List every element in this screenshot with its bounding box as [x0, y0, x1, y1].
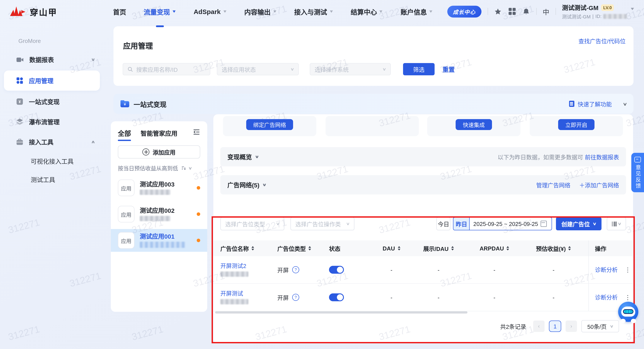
column-header-广告位类型[interactable]: 广告位类型 — [277, 244, 329, 253]
app-sort-row[interactable]: 按当日预估收益从高到低 ∨ — [118, 164, 200, 172]
more-actions-icon[interactable]: ⋮ — [625, 266, 631, 273]
divider — [556, 8, 556, 15]
feedback-button[interactable]: 意见反馈 — [631, 153, 644, 192]
sort-icon[interactable] — [507, 246, 509, 251]
app-filter-row: 搜索应用名称/ID 选择应用状态 ∨ 选择操作系统 ∨ 筛选 重置 — [123, 63, 455, 75]
placement-type-select[interactable]: 选择广告位类型 ∨ — [220, 217, 284, 230]
reset-button[interactable]: 重置 — [442, 65, 455, 73]
account-sub-name: 测试测试-GM — [562, 13, 591, 20]
diagnose-link[interactable]: 诊断分析 — [595, 267, 618, 273]
growth-center-button[interactable]: 成长中心 — [447, 5, 481, 17]
nav-item-内容输出[interactable]: 内容输出▼ — [244, 0, 277, 23]
gromore-app-management-page: 穿山甲 首页流量变现▼AdSpark▼内容输出▼接入与测试▼结算中心▼账户信息▼… — [0, 0, 644, 349]
add-ad-network-link[interactable]: ＋添加广告网络 — [579, 181, 619, 189]
sort-icon[interactable] — [308, 246, 311, 251]
sidebar-item-一站式变现[interactable]: ¥一站式变现 — [0, 91, 108, 112]
add-app-button[interactable]: ＋ 添加应用 — [118, 145, 200, 159]
current-page-button[interactable]: 1 — [549, 321, 561, 332]
nav-item-账户信息[interactable]: 账户信息▼ — [401, 0, 433, 23]
column-label: DAU — [383, 245, 400, 252]
chevron-down-icon: ∨ — [91, 57, 96, 62]
yesterday-button[interactable]: 昨日 — [453, 217, 470, 230]
sidebar-item-应用管理[interactable]: 应用管理 — [4, 70, 100, 91]
sidebar-item-可视化接入工具[interactable]: 可视化接入工具 — [0, 152, 108, 170]
sort-icon[interactable] — [398, 246, 400, 251]
onboarding-card-2 — [326, 116, 419, 136]
chevron-down-icon[interactable]: ∨ — [622, 101, 627, 106]
quick-learn-link[interactable]: 快速了解功能 — [578, 100, 612, 108]
nav-item-AdSpark[interactable]: AdSpark▼ — [194, 0, 227, 23]
panel-collapse-icon[interactable] — [193, 129, 200, 137]
today-button[interactable]: 今日 — [436, 217, 450, 230]
search-input[interactable]: 搜索应用名称/ID — [123, 63, 210, 75]
find-placement-link[interactable]: 查找广告位/代码位 — [578, 37, 626, 45]
onboarding-button-快速集成[interactable]: 快速集成 — [456, 119, 492, 130]
onboarding-button-立即开启[interactable]: 立即开启 — [558, 119, 594, 130]
sidebar-item-瀑布流管理[interactable]: 瀑布流管理 — [0, 112, 108, 132]
app-status-select[interactable]: 选择应用状态 ∨ — [217, 63, 299, 75]
placement-name-link[interactable]: 开屏测试 — [220, 291, 243, 296]
column-settings-button[interactable]: ∨ — [607, 217, 626, 230]
app-list-item-测试应用002[interactable]: 应用测试应用002 — [111, 203, 207, 226]
nav-item-label: AdSpark — [194, 8, 220, 15]
account-id-redacted — [603, 14, 627, 18]
diagnose-link[interactable]: 诊断分析 — [595, 295, 618, 300]
account-menu[interactable]: 测试测试-GM LV.0 测试测试-GM | ID: ▼ — [562, 3, 634, 20]
nav-item-流量变现[interactable]: 流量变现▼ — [144, 0, 176, 23]
nav-item-首页[interactable]: 首页 — [113, 0, 126, 23]
assistant-robot-button[interactable] — [618, 302, 638, 322]
next-page-button[interactable]: › — [566, 321, 577, 332]
brand-logo[interactable]: 穿山甲 — [10, 5, 93, 17]
sidebar-item-接入工具[interactable]: 接入工具∧ — [0, 132, 108, 152]
sort-icon[interactable] — [451, 246, 454, 251]
nav-item-接入与测试[interactable]: 接入与测试▼ — [294, 0, 333, 23]
prev-page-button[interactable]: ‹ — [533, 321, 544, 332]
table-header-row: 广告位名称广告位类型状态DAU展示/DAUARPDAU预估收益(¥)操作 — [213, 240, 633, 256]
column-header-预估收益(¥)[interactable]: 预估收益(¥) — [524, 244, 583, 253]
column-header-ARPDAU[interactable]: ARPDAU — [465, 245, 524, 252]
star-icon[interactable] — [494, 7, 502, 15]
one-stop-icon: ¥ — [16, 98, 23, 105]
nav-item-label: 首页 — [113, 7, 126, 16]
column-header-状态: 状态 — [329, 244, 371, 253]
placement-op-select[interactable]: 选择广告位操作类 ∨ — [290, 217, 354, 230]
column-header-广告位名称[interactable]: 广告位名称 — [213, 244, 277, 253]
apps-grid-icon[interactable] — [508, 7, 516, 15]
tab-all-apps[interactable]: 全部 — [118, 128, 131, 137]
cell-arpdau: - — [465, 267, 524, 273]
help-icon[interactable]: ? — [292, 266, 299, 273]
goto-data-report-link[interactable]: 前往数据报表 — [585, 153, 619, 161]
chevron-down-icon[interactable]: ∨ — [254, 155, 259, 159]
column-header-展示/DAU[interactable]: 展示/DAU — [412, 244, 465, 253]
column-header-DAU[interactable]: DAU — [371, 245, 412, 252]
sort-icon[interactable] — [252, 246, 254, 251]
app-list-item-测试应用003[interactable]: 应用测试应用003 — [111, 176, 207, 199]
onboarding-button-绑定广告网络[interactable]: 绑定广告网络 — [246, 119, 293, 130]
status-toggle-on[interactable] — [329, 293, 344, 301]
app-list-item-测试应用001[interactable]: 应用测试应用001 — [111, 229, 207, 252]
language-toggle[interactable]: 中 — [543, 7, 549, 16]
date-range-picker[interactable]: 2025-09-25 ~ 2025-09-25 — [470, 217, 552, 230]
app-type-badge: 应用 — [118, 206, 134, 222]
chevron-down-icon[interactable]: ∨ — [262, 183, 267, 187]
nav-item-结算中心[interactable]: 结算中心▼ — [351, 0, 383, 23]
help-icon[interactable]: ? — [292, 294, 299, 301]
sidebar-item-label: 接入工具 — [29, 137, 54, 146]
horizontal-scrollbar[interactable] — [215, 311, 468, 314]
onboarding-card-3: 快速集成 — [427, 116, 520, 136]
page-size-select[interactable]: 50条/页 ∨ — [581, 320, 619, 332]
table-row-开屏测试2: 开屏测试2开屏?----诊断分析⋮ — [213, 256, 633, 284]
sidebar-item-测试工具[interactable]: 测试工具 — [0, 170, 108, 189]
sidebar-item-数据报表[interactable]: 数据报表∨ — [0, 49, 108, 70]
sort-icon[interactable] — [568, 246, 571, 251]
create-placement-button[interactable]: 创建广告位 ∨ — [556, 217, 602, 230]
filter-button[interactable]: 筛选 — [403, 63, 434, 75]
manage-ad-network-link[interactable]: 管理广告网络 — [536, 181, 570, 189]
more-actions-icon[interactable]: ⋮ — [625, 294, 631, 301]
placement-name-link[interactable]: 开屏测试2 — [220, 263, 246, 269]
tab-smart-butler-apps[interactable]: 智能管家应用 — [141, 128, 178, 137]
status-toggle-on[interactable] — [329, 266, 344, 274]
notification-bell-icon[interactable] — [522, 7, 530, 15]
ad-network-title: 广告网络(5) — [227, 180, 259, 189]
os-select[interactable]: 选择操作系统 ∨ — [310, 63, 391, 75]
